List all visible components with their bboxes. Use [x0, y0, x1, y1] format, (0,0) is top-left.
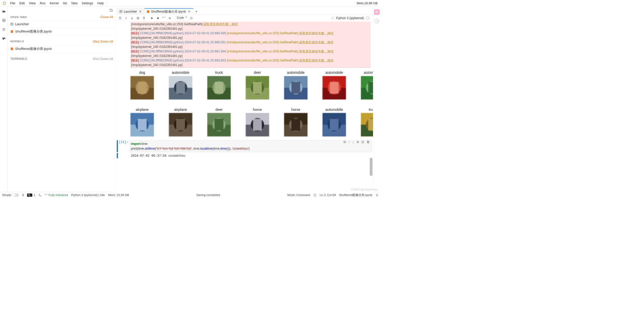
git-icon[interactable]	[39, 194, 42, 197]
open-tab-item-launcher[interactable]: Launcher	[8, 21, 116, 28]
menu-edit[interactable]: Edit	[17, 0, 27, 6]
cut-button[interactable]	[129, 15, 135, 21]
output-text: 2024-07-02 06:37:56 cnzedchou	[129, 153, 372, 158]
cursor-position[interactable]: Ln 2, Col 84	[320, 193, 336, 197]
tabs-count[interactable]: 0	[22, 193, 24, 197]
menu-settings[interactable]: Settings	[80, 0, 95, 6]
open-tab-item-notebook[interactable]: Shufflenet图像分类.ipynb	[8, 28, 116, 36]
scrollbar-thumb[interactable]	[370, 158, 373, 176]
trust-icon[interactable]	[314, 194, 317, 197]
cell-collapse-bar[interactable]	[117, 141, 118, 152]
file-path[interactable]: Shufflenet图像分类.ipynb	[339, 193, 372, 197]
error-output: [mindspore/core/utils/file_utils.cc:253]…	[130, 22, 371, 68]
settings-icon[interactable]	[331, 17, 334, 20]
image-item: automobile	[284, 71, 308, 100]
open-tabs-header: OPEN TABS Close All	[8, 14, 116, 20]
kernel-item[interactable]: Shufflenet图像分类.ipynb	[8, 45, 116, 53]
menu-git[interactable]: Git	[61, 0, 69, 6]
kernel-status[interactable]: Python 3 (ipykernel) | Idle	[71, 193, 105, 197]
svg-rect-61	[215, 119, 223, 131]
save-button[interactable]	[117, 15, 123, 21]
restart-button[interactable]	[161, 15, 166, 21]
editor-mode[interactable]: Mode: Command	[287, 193, 310, 197]
tab-notebook[interactable]: Shufflenet图像分类.ipynb ✕	[144, 8, 193, 15]
run-button[interactable]	[149, 15, 155, 21]
menu-view[interactable]: View	[27, 0, 38, 6]
stop-button[interactable]	[155, 15, 160, 21]
paste-button[interactable]	[141, 15, 147, 21]
insert-below-icon[interactable]: ⊟	[362, 140, 364, 144]
lsp-status[interactable]: Fully initialized	[49, 193, 68, 197]
extensions-icon[interactable]	[2, 36, 6, 40]
save-status: Saving completed	[196, 193, 220, 197]
insert-above-icon[interactable]: ⊕	[356, 140, 359, 144]
terminals-title: TERMINALS	[10, 57, 27, 60]
left-activity-bar	[0, 7, 8, 192]
kernels-title: KERNELS	[10, 40, 24, 43]
image-item: automobile	[169, 71, 192, 100]
image-item: automobile	[361, 71, 373, 100]
menu-separator	[107, 1, 107, 5]
restart-run-all-button[interactable]	[167, 15, 173, 21]
cell-type-select[interactable]: Code	[175, 16, 188, 20]
shutdown-all-kernels-button[interactable]: Shut Down All	[93, 40, 113, 43]
svg-rect-33	[253, 82, 262, 94]
kernel-name-label[interactable]: Python 3 (ipykernel)	[336, 16, 364, 20]
notebook-toolbar: Code Python 3 (ipykernel)	[116, 15, 373, 22]
refresh-icon[interactable]	[110, 9, 113, 12]
close-icon[interactable]: ✕	[187, 10, 191, 13]
image-item: automobile	[323, 108, 346, 137]
svg-point-16	[190, 17, 192, 19]
tab-launcher[interactable]: Launcher ✕	[117, 8, 144, 15]
svg-point-0	[3, 2, 6, 4]
folder-icon[interactable]	[2, 10, 6, 13]
image-item: horse	[246, 108, 269, 137]
code-editor[interactable]: import time print(time.strftime('%Y-%m-%…	[129, 141, 372, 152]
open-tab-label: Shufflenet图像分类.ipynb	[15, 29, 52, 34]
image-label: automobile	[326, 71, 343, 75]
image-label: truck	[215, 71, 223, 75]
image-label: deer	[216, 108, 223, 112]
kernels-header: KERNELS Shut Down All	[8, 38, 116, 45]
launcher-icon	[119, 10, 122, 13]
duplicate-icon[interactable]: ⧉	[344, 140, 346, 144]
menu-help[interactable]: Help	[95, 0, 106, 6]
toc-icon[interactable]	[2, 27, 6, 31]
gauge-icon[interactable]	[375, 19, 379, 23]
move-down-icon[interactable]: ↓	[352, 140, 354, 144]
simple-mode-toggle[interactable]	[12, 193, 19, 197]
svg-rect-53	[138, 119, 147, 131]
shutdown-all-terminals-button[interactable]: Shut Down All	[93, 57, 113, 61]
main-area: Launcher ✕ Shufflenet图像分类.ipynb ✕ + Code	[116, 7, 373, 192]
menu-file[interactable]: File	[8, 0, 17, 6]
debugger-icon[interactable]: 蚊	[374, 9, 380, 15]
image-label: truck	[369, 108, 373, 112]
running-icon[interactable]	[2, 18, 6, 22]
new-tab-button[interactable]: +	[193, 8, 199, 15]
bell-icon[interactable]	[376, 194, 379, 197]
code-cell[interactable]: [11]: ⧉ ↑ ↓ ⊕ ⊟ 🗑 import time print(time…	[117, 141, 372, 152]
copy-button[interactable]	[135, 15, 141, 21]
terminal-count: 1	[33, 193, 35, 197]
image-label: deer	[254, 71, 261, 75]
svg-rect-73	[330, 119, 339, 131]
close-all-button[interactable]: Close All	[100, 15, 113, 19]
image-label: horse	[253, 108, 262, 112]
close-icon[interactable]: ✕	[138, 10, 142, 13]
terminal-icon[interactable]: $_	[27, 193, 32, 197]
open-tabs-title: OPEN TABS	[10, 16, 27, 19]
notebook-body[interactable]: [mindspore/core/utils/file_utils.cc:253]…	[116, 22, 373, 192]
menu-run[interactable]: Run	[38, 0, 48, 6]
add-cell-button[interactable]	[123, 15, 129, 21]
kernel-status-icon[interactable]	[366, 16, 369, 20]
move-up-icon[interactable]: ↑	[349, 140, 350, 144]
render-button[interactable]	[189, 15, 194, 21]
memory-status: Mem: 13.34 GB	[108, 193, 129, 197]
menu-tabs[interactable]: Tabs	[69, 0, 80, 6]
output-collapse-bar[interactable]	[117, 153, 118, 158]
svg-point-83	[40, 195, 41, 196]
menu-kernel[interactable]: Kernel	[48, 0, 61, 6]
delete-icon[interactable]: 🗑	[367, 140, 370, 144]
cell-prompt: [11]:	[119, 141, 129, 152]
lsp-icon	[45, 194, 47, 196]
